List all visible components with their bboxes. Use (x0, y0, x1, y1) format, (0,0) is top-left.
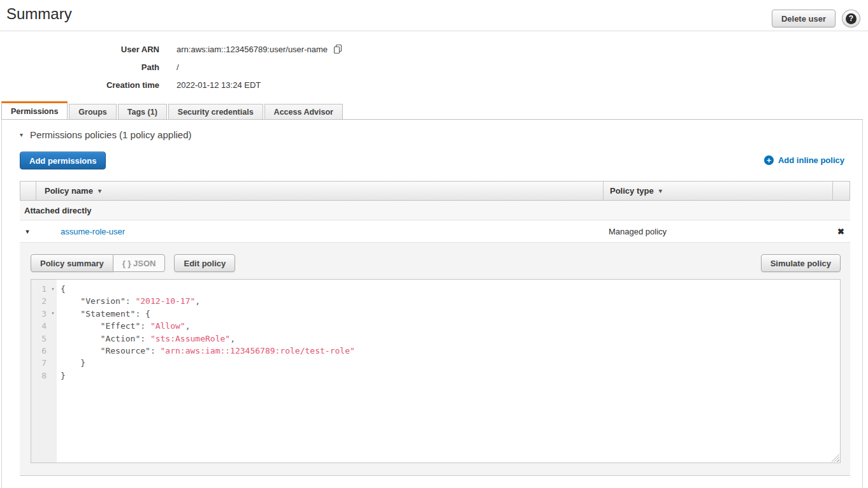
user-arn-row: User ARN arn:aws:iam::123456789:user/use… (0, 40, 343, 58)
policy-type-value: Managed policy (602, 227, 832, 236)
section-collapse-icon: ▾ (20, 132, 23, 138)
tab-tags[interactable]: Tags (1) (118, 104, 167, 119)
copy-icon[interactable] (333, 44, 343, 54)
tab-security-credentials[interactable]: Security credentials (168, 104, 263, 119)
path-row: Path / (0, 58, 343, 76)
attached-directly-group-row: Attached directly (20, 201, 850, 220)
add-permissions-button[interactable]: Add permissions (20, 152, 106, 169)
page-title: Summary (6, 5, 72, 23)
policy-summary-button[interactable]: Policy summary (31, 254, 113, 272)
fold-arrow-icon[interactable]: ▾ (52, 287, 55, 292)
policy-type-column-header[interactable]: Policy type ▾ (603, 182, 832, 200)
delete-user-button[interactable]: Delete user (772, 10, 835, 27)
code-line: "Action": "sts:AssumeRole", (61, 333, 840, 345)
json-policy-editor[interactable]: 1▾ 2 3▾ 4 5 6 7 8 { "Version": "2012-10-… (31, 279, 841, 463)
code-line: } (61, 370, 840, 382)
help-button[interactable]: ? (842, 10, 860, 27)
tab-permissions[interactable]: Permissions (1, 101, 68, 119)
code-line: } (61, 357, 840, 369)
policy-view-toolbar: Policy summary { } JSON Edit policy (31, 254, 235, 272)
simulate-policy-button[interactable]: Simulate policy (761, 254, 841, 272)
tab-access-advisor[interactable]: Access Advisor (264, 104, 343, 119)
sort-arrow-icon: ▾ (659, 187, 662, 194)
expander-column-header (20, 182, 36, 200)
user-arn-label: User ARN (0, 45, 159, 54)
header-divider (0, 31, 868, 31)
user-arn-value: arn:aws:iam::123456789:user/user-name (177, 45, 328, 54)
help-icon: ? (846, 13, 857, 24)
add-inline-policy-label: Add inline policy (778, 155, 844, 165)
plus-circle-icon: + (764, 155, 774, 165)
code-line: { (61, 283, 840, 295)
creation-time-row: Creation time 2022-01-12 13:24 EDT (0, 76, 343, 94)
policies-table-header: Policy name ▾ Policy type ▾ (20, 181, 850, 201)
code-line: "Statement": { (61, 308, 840, 320)
policies-table: Policy name ▾ Policy type ▾ Attached dir… (20, 181, 850, 476)
tab-bar: Permissions Groups Tags (1) Security cre… (1, 101, 863, 119)
editor-code-area: { "Version": "2012-10-17", "Statement": … (57, 280, 840, 463)
header-actions: Delete user ? (772, 10, 860, 27)
fold-arrow-icon[interactable]: ▾ (52, 311, 55, 316)
user-info: User ARN arn:aws:iam::123456789:user/use… (0, 40, 343, 94)
policy-name-column-header[interactable]: Policy name ▾ (36, 182, 603, 200)
policy-table-row: ▾ assume-role-user Managed policy ✖ (20, 220, 850, 243)
sort-arrow-icon: ▾ (98, 187, 101, 194)
row-expander[interactable]: ▾ (20, 228, 35, 235)
path-label: Path (0, 62, 159, 72)
code-line: "Version": "2012-10-17", (61, 295, 840, 307)
detach-policy-icon[interactable]: ✖ (837, 227, 844, 236)
iam-user-summary-page: Summary Delete user ? User ARN arn:aws:i… (0, 0, 868, 488)
json-view-button[interactable]: { } JSON (113, 254, 166, 272)
actions-column-header (832, 182, 850, 200)
policy-name-link[interactable]: assume-role-user (61, 227, 125, 236)
permissions-tab-panel: ▾ Permissions policies (1 policy applied… (1, 119, 863, 488)
permissions-policies-section-toggle[interactable]: ▾ Permissions policies (1 policy applied… (20, 129, 191, 140)
edit-policy-button[interactable]: Edit policy (174, 254, 235, 272)
path-value: / (177, 62, 179, 72)
add-inline-policy-link[interactable]: + Add inline policy (764, 155, 844, 165)
row-expander-icon: ▾ (25, 228, 29, 235)
tab-groups[interactable]: Groups (69, 104, 116, 119)
code-line: "Resource": "arn:aws:iam::123456789:role… (61, 345, 840, 357)
creation-time-value: 2022-01-12 13:24 EDT (177, 80, 261, 90)
policy-detail-pane: Policy summary { } JSON Edit policy Simu… (20, 243, 850, 476)
editor-gutter: 1▾ 2 3▾ 4 5 6 7 8 (31, 280, 57, 463)
code-line: "Effect": "Allow", (61, 320, 840, 332)
section-title: Permissions policies (1 policy applied) (30, 129, 191, 140)
creation-time-label: Creation time (0, 80, 159, 90)
